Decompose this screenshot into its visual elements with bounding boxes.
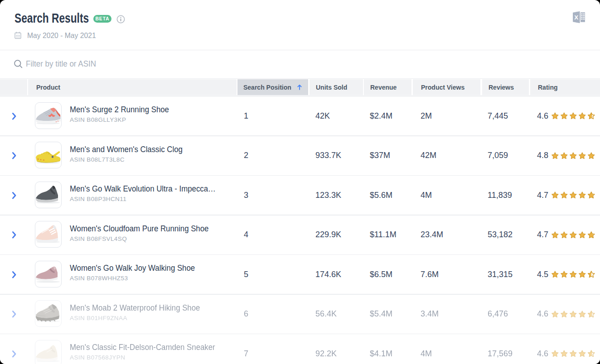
svg-text:X: X: [574, 14, 578, 20]
